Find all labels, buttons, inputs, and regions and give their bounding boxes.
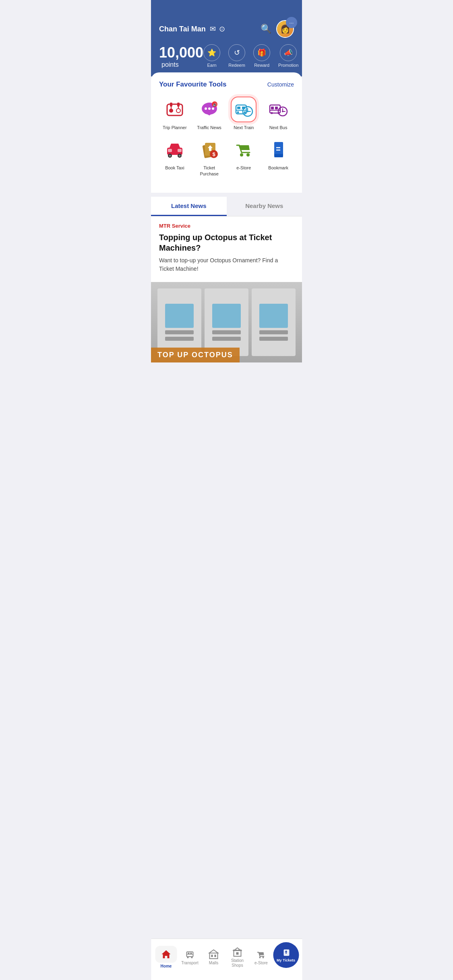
tools-title: Your Favourite Tools [159, 80, 227, 89]
customize-button[interactable]: Customize [267, 81, 294, 88]
book-taxi-label: Book Taxi [165, 165, 184, 171]
svg-point-46 [240, 153, 243, 156]
svg-point-47 [246, 153, 250, 156]
avatar-container: 👩 ··· [276, 20, 294, 38]
machine-screen-3 [259, 304, 288, 328]
next-train-icon-wrap [231, 97, 256, 122]
svg-point-18 [244, 111, 246, 113]
user-name: Chan Tai Man [159, 25, 206, 33]
machine-3 [252, 288, 296, 356]
traffic-news-label: Traffic News [197, 125, 221, 130]
quick-actions: ⭐ Earn ↺ Redeem 🎁 Reward 📣 Promotion [203, 44, 298, 68]
reward-label: Reward [254, 63, 269, 68]
points-value: 10,000 [159, 44, 203, 61]
quick-action-reward[interactable]: 🎁 Reward [253, 44, 270, 68]
next-train-icon [233, 99, 254, 120]
svg-point-3 [169, 109, 173, 113]
header-user-icons: ✉ ⊙ [210, 25, 225, 33]
machine-slot-3 [212, 330, 241, 334]
machine-1 [157, 288, 201, 356]
machine-slot-2 [165, 337, 194, 341]
trip-planner-icon [164, 99, 186, 120]
quick-action-promotion[interactable]: 📣 Promotion [278, 44, 298, 68]
tool-next-train[interactable]: Next Train [228, 97, 260, 130]
header-user: Chan Tai Man ✉ ⊙ [159, 25, 225, 33]
machine-slot-1 [165, 330, 194, 334]
search-icon[interactable]: 🔍 [261, 24, 271, 34]
tools-section: Your Favourite Tools Customize Trip Plan… [151, 72, 302, 193]
redeem-icon: ↺ [228, 44, 245, 61]
tab-latest-news[interactable]: Latest News [151, 197, 227, 216]
next-train-label: Next Train [234, 125, 254, 130]
news-description: Want to top-up your Octopus Ornament? Fi… [159, 256, 294, 273]
tool-traffic-news[interactable]: 🔊 Traffic News [194, 97, 225, 130]
tools-header: Your Favourite Tools Customize [159, 80, 294, 89]
quick-action-earn[interactable]: ⭐ Earn [203, 44, 220, 68]
svg-rect-2 [177, 103, 180, 107]
tools-grid: Trip Planner 🔊 Traffic News [159, 97, 294, 177]
svg-rect-1 [170, 103, 172, 107]
e-store-label: e-Store [236, 165, 251, 171]
bookmark-label: Bookmark [268, 165, 288, 171]
svg-point-17 [237, 111, 239, 113]
news-title: Topping up Octopus at Ticket Machines? [159, 232, 294, 253]
tool-e-store[interactable]: e-Store [228, 137, 260, 177]
next-bus-label: Next Bus [269, 125, 288, 130]
traffic-news-icon-wrap: 🔊 [197, 97, 222, 122]
tool-trip-planner[interactable]: Trip Planner [159, 97, 190, 130]
machine-slot-5 [259, 330, 288, 334]
promotion-icon: 📣 [280, 44, 297, 61]
svg-rect-35 [168, 149, 172, 152]
chat-bubble-icon[interactable]: ··· [286, 17, 297, 28]
bottom-spacer [151, 362, 302, 399]
book-taxi-icon [164, 139, 186, 161]
tool-next-bus[interactable]: Next Bus [263, 97, 294, 130]
news-tabs: Latest News Nearby News [151, 197, 302, 216]
tool-book-taxi[interactable]: Book Taxi [159, 137, 190, 177]
ticket-purchase-icon-wrap: $ [197, 137, 222, 163]
reward-icon: 🎁 [253, 44, 270, 61]
points-row: 10,000 points ⭐ Earn ↺ Redeem 🎁 Reward 📣… [159, 44, 294, 68]
svg-rect-25 [271, 107, 274, 109]
bookmark-icon-wrap [265, 137, 291, 163]
svg-text:🔊: 🔊 [212, 102, 217, 107]
earn-icon: ⭐ [203, 44, 220, 61]
news-image: TOP UP OCTOPUS [151, 282, 302, 362]
machine-slot-6 [259, 337, 288, 341]
header-right: 🔍 👩 ··· [261, 20, 294, 38]
news-category: MTR Service [159, 223, 294, 229]
e-store-icon [233, 139, 254, 161]
points-display: 10,000 points [159, 44, 203, 68]
mail-icon[interactable]: ✉ [210, 25, 216, 33]
redeem-label: Redeem [228, 63, 245, 68]
header-top: Chan Tai Man ✉ ⊙ 🔍 👩 ··· [159, 20, 294, 38]
machine-2 [205, 288, 248, 356]
svg-point-27 [271, 112, 273, 114]
header: Chan Tai Man ✉ ⊙ 🔍 👩 ··· 10,000 points ⭐ [151, 0, 302, 76]
tool-ticket-purchase[interactable]: $ Ticket Purchase [194, 137, 225, 177]
book-taxi-icon-wrap [162, 137, 188, 163]
traffic-news-icon: 🔊 [199, 99, 220, 120]
points-label: points [161, 61, 179, 68]
svg-point-9 [205, 107, 207, 110]
svg-rect-26 [275, 107, 278, 109]
earn-label: Earn [207, 63, 216, 68]
machine-slot-4 [212, 337, 241, 341]
user-icon[interactable]: ⊙ [219, 25, 225, 33]
machine-screen-1 [165, 304, 194, 328]
tab-nearby-news[interactable]: Nearby News [227, 197, 302, 216]
next-bus-icon-wrap [265, 97, 291, 122]
svg-point-4 [176, 109, 180, 113]
svg-rect-36 [178, 149, 182, 152]
svg-point-38 [169, 155, 171, 157]
tool-bookmark[interactable]: Bookmark [263, 137, 294, 177]
e-store-icon-wrap [231, 137, 256, 163]
news-image-banner: TOP UP OCTOPUS [151, 348, 240, 362]
svg-point-40 [178, 155, 180, 157]
quick-action-redeem[interactable]: ↺ Redeem [228, 44, 245, 68]
trip-planner-icon-wrap [162, 97, 188, 122]
news-content: MTR Service Topping up Octopus at Ticket… [151, 216, 302, 277]
svg-text:$: $ [212, 151, 215, 157]
news-section: Latest News Nearby News MTR Service Topp… [151, 197, 302, 362]
svg-point-11 [212, 107, 214, 110]
